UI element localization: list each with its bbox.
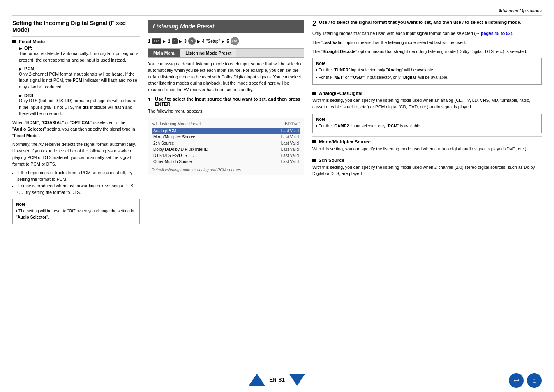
analog-body: With this setting, you can specify the l… xyxy=(312,97,542,111)
analog-heading: Analog/PCM/Digital xyxy=(312,91,542,96)
twoch-section: 2ch Source With this setting, you can sp… xyxy=(312,158,542,178)
preset-table: 5-1. Listening Mode Preset BD/DVD Analog… xyxy=(148,118,304,175)
right-para1: Only listening modes that can be used wi… xyxy=(312,30,542,37)
step2-heading: Use / to select the signal format that y… xyxy=(319,20,522,25)
footer-page: En-81 xyxy=(269,376,285,383)
dts-title: ▶ DTS: xyxy=(19,93,140,98)
page-container: Advanced Operations Setting the Incoming… xyxy=(0,0,554,392)
mono-section: Mono/Multiplex Source With this setting,… xyxy=(312,139,542,152)
back-icon[interactable]: ↩ xyxy=(509,373,524,388)
right-note1: Note • For the "TUNER" input selector, o… xyxy=(312,58,542,85)
off-item: ▶ Off: The format is detected automatica… xyxy=(19,46,140,64)
preset-row-analog: Analog/PCM Last Valid xyxy=(152,128,300,134)
step-icons-row: 1 REC ▶ 2 ⌂ ▶ 3 ⚙ ▶ 4 "Setup" ▶ 5 OK xyxy=(148,37,304,45)
right-note2-title: Note xyxy=(316,117,538,122)
preset-row-2ch: 2ch Source Last Valid xyxy=(152,140,300,146)
off-arrow: ▶ xyxy=(19,46,22,51)
listening-mode-header: Listening Mode Preset xyxy=(148,20,304,33)
content-columns: Setting the Incoming Digital Signal (Fix… xyxy=(12,20,542,228)
dts-body: Only DTS (but not DTS-HD) format input s… xyxy=(19,98,140,117)
left-column: Setting the Incoming Digital Signal (Fix… xyxy=(12,20,140,228)
preset-header-left: 5-1. Listening Mode Preset xyxy=(152,122,201,126)
right-note1-text2: • For the "NET" or ""USB"" input selecto… xyxy=(316,74,538,81)
step-num-5: 5 xyxy=(226,39,229,44)
step1-sub: The following menu appears. xyxy=(148,108,304,115)
header-title: Advanced Operations xyxy=(498,8,542,13)
right-column: 2 Use / to select the signal format that… xyxy=(312,20,542,180)
pcm-title: ▶ PCM: xyxy=(19,66,140,71)
step-num-4: 4 xyxy=(202,39,205,44)
ok-icon: OK xyxy=(231,37,239,45)
fixed-mode-para2: Normally, the AV receiver detects the si… xyxy=(12,141,140,167)
fixed-mode-bullets: If the beginnings of tracks from a PCM s… xyxy=(17,170,140,196)
off-title: ▶ Off: xyxy=(19,46,140,51)
menu-bar: Main Menu Listening Mode Preset xyxy=(148,48,304,58)
right-note1-text1: • For the "TUNER" input selector, only "… xyxy=(316,67,538,73)
analog-bullet xyxy=(312,92,316,95)
bullet-item-1: If the beginnings of tracks from a PCM s… xyxy=(17,170,140,183)
settings-icon: ⚙ xyxy=(188,37,196,45)
menu-bar-right: Listening Mode Preset xyxy=(180,49,236,57)
analog-section: Analog/PCM/Digital With this setting, yo… xyxy=(312,91,542,111)
twoch-heading: 2ch Source xyxy=(312,158,542,163)
footer: En-81 xyxy=(0,374,554,386)
footer-arrow-down[interactable] xyxy=(289,374,305,386)
pages-link[interactable]: → pages 45 to 52 xyxy=(476,31,511,36)
fixed-mode-heading: Fixed Mode xyxy=(12,39,140,44)
pcm-arrow: ▶ xyxy=(19,67,22,71)
right-note2-text: • For the "GAME2" input selector, only "… xyxy=(316,123,538,129)
preset-row-other: Other Multich Source Last Valid xyxy=(152,159,300,165)
setup-label: "Setup" xyxy=(206,39,220,44)
listening-mode-title: Listening Mode Preset xyxy=(153,23,214,30)
left-note-box: Note • The setting will be reset to "Off… xyxy=(12,199,140,224)
mono-body: With this setting, you can specify the l… xyxy=(312,146,542,152)
fixed-mode-para1: When "HDMI", "COAXIAL" or "OPTICAL" is s… xyxy=(12,120,140,139)
arrow-1: ▶ xyxy=(163,39,166,44)
step2-row: 2 Use / to select the signal format that… xyxy=(312,20,542,27)
home-footer-icon[interactable]: ⌂ xyxy=(527,373,542,388)
dts-item: ▶ DTS: Only DTS (but not DTS-HD) format … xyxy=(19,93,140,117)
preset-rows: Analog/PCM Last Valid Mono/Multiplex Sou… xyxy=(152,128,300,165)
arrow-3: ▶ xyxy=(197,39,201,44)
fixed-mode-section: Fixed Mode ▶ Off: The format is detected… xyxy=(12,39,140,117)
mono-bullet xyxy=(312,140,316,143)
twoch-bullet xyxy=(312,159,316,162)
page-header: Advanced Operations xyxy=(12,8,542,16)
mono-heading: Mono/Multiplex Source xyxy=(312,139,542,144)
step-num-2: 2 xyxy=(168,39,170,44)
step1-number: 1 xyxy=(148,97,151,103)
preset-header-right: BD/DVD xyxy=(285,122,300,126)
middle-intro: You can assign a default listening mode … xyxy=(148,61,304,93)
step1-row: 1 Use / to select the input source that … xyxy=(148,97,304,106)
step1-text: Use / to select the input source that Yo… xyxy=(155,97,304,106)
step-num-1: 1 xyxy=(148,39,150,44)
right-note1-title: Note xyxy=(316,61,538,66)
preset-row-dolby: Dolby D/Dolby D Plus/TrueHD Last Valid xyxy=(152,146,300,152)
step2-number: 2 xyxy=(312,20,316,27)
preset-footer: Default listening mode for analog and PC… xyxy=(152,167,300,172)
dts-arrow: ▶ xyxy=(19,93,22,98)
right-note2: Note • For the "GAME2" input selector, o… xyxy=(312,114,542,133)
arrow-4: ▶ xyxy=(222,39,225,44)
footer-icons: ↩ ⌂ xyxy=(509,373,542,388)
middle-column: Listening Mode Preset 1 REC ▶ 2 ⌂ ▶ 3 ⚙ … xyxy=(148,20,304,179)
fixed-mode-bullet xyxy=(12,40,16,43)
preset-table-header: 5-1. Listening Mode Preset BD/DVD xyxy=(152,122,300,126)
left-note-title: Note xyxy=(16,202,136,207)
menu-bar-left: Main Menu xyxy=(148,49,180,57)
preset-row-mono: Mono/Multiplex Source Last Valid xyxy=(152,134,300,140)
footer-arrow-up[interactable] xyxy=(249,374,265,386)
receiver-icon: REC xyxy=(152,38,161,44)
off-body: The format is detected automatically. If… xyxy=(19,51,140,64)
twoch-body: With this setting, you can specify the l… xyxy=(312,164,542,178)
preset-row-dts: DTS/DTS-ES/DTS-HD Last Valid xyxy=(152,152,300,159)
home-icon: ⌂ xyxy=(172,38,177,44)
pcm-item: ▶ PCM: Only 2-channel PCM format input s… xyxy=(19,66,140,90)
pcm-body: Only 2-channel PCM format input signals … xyxy=(19,71,140,90)
right-para3: The "Straight Decode" option means that … xyxy=(312,48,542,55)
left-note-text: • The setting will be reset to "Off" whe… xyxy=(16,208,136,220)
arrow-2: ▶ xyxy=(179,39,182,44)
left-section-title: Setting the Incoming Digital Signal (Fix… xyxy=(12,20,140,33)
step-num-3: 3 xyxy=(184,39,187,44)
right-para2: The "Last Valid" option means that the l… xyxy=(312,39,542,46)
